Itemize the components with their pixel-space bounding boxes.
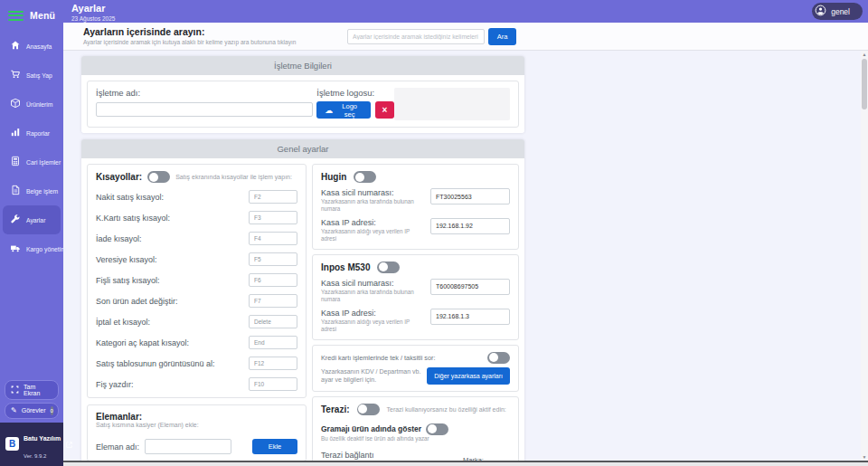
scale-box: Terazi: Terazi kullanıyorsanız bu özelli… xyxy=(312,396,519,461)
logo-select-button[interactable]: ☁ Logo seç xyxy=(316,101,371,119)
shortcut-row: Satış tablosunun görüntüsünü al: xyxy=(96,357,297,370)
sidebar-item-satis-yap[interactable]: Satış Yap xyxy=(3,61,61,90)
logo-preview-placeholder xyxy=(394,88,510,120)
sidebar-item-ayarlar[interactable]: Ayarlar xyxy=(3,205,61,234)
user-menu-button[interactable]: genel xyxy=(812,3,863,20)
staff-add-button[interactable]: Ekle xyxy=(252,439,297,454)
sidebar-item-anasayfa[interactable]: Anasayfa xyxy=(3,32,61,61)
shortcut-key-input[interactable] xyxy=(249,315,297,328)
shortcut-key-input[interactable] xyxy=(249,294,297,308)
credit-card-box: Kredi kartı işlemlerinde tek / taksitli … xyxy=(312,345,519,392)
scale-title: Terazi: xyxy=(321,404,350,414)
toggle-knob xyxy=(489,353,498,362)
window-bottom-edge xyxy=(63,461,868,466)
truck-icon xyxy=(10,241,21,257)
brand-version: Ver. 9.9.2 xyxy=(24,453,46,459)
toggle-knob xyxy=(379,262,388,271)
sidebar-item-kargo-yonetim[interactable]: Kargo yönetim xyxy=(3,234,61,263)
shortcut-key-input[interactable] xyxy=(249,273,297,287)
inpos-ip-input[interactable] xyxy=(430,309,510,325)
wrench-icon xyxy=(10,212,21,228)
scroll-up-arrow[interactable]: ▲ xyxy=(863,51,867,58)
hugin-box: Hugin Kasa sicil numarası: Yazarkasanın … xyxy=(312,164,519,250)
search-title: Ayarların içerisinde arayın: xyxy=(83,26,347,39)
shortcut-row: Son ürün adet değiştir: xyxy=(96,294,297,308)
cart-icon xyxy=(10,67,21,83)
close-icon: × xyxy=(382,105,388,115)
shortcut-key-input[interactable] xyxy=(249,357,297,370)
business-name-input[interactable] xyxy=(96,102,313,117)
staff-box: Elemanlar: Satış kısmına kasiyer (Eleman… xyxy=(87,404,307,461)
vertical-scrollbar[interactable]: ▲ ▼ xyxy=(861,51,868,461)
gram-hint: Bu özellik deaktif ise ürün adı altında … xyxy=(321,435,510,442)
business-logo-label: İşletme logosu: xyxy=(316,88,394,98)
credit-ask-toggle[interactable] xyxy=(487,352,510,364)
app-window: Menü Anasayfa Satış Yap Ürünlerim Raporl… xyxy=(0,0,868,466)
inpos-title: Inpos M530 xyxy=(321,262,370,272)
sidebar-item-urunlerim[interactable]: Ürünlerim xyxy=(3,90,61,119)
sidebar-item-cari-islemler[interactable]: Cari İşlemler xyxy=(3,147,61,176)
logo-remove-button[interactable]: × xyxy=(375,101,394,119)
fullscreen-icon xyxy=(11,385,19,395)
scrollbar-thumb[interactable] xyxy=(862,59,867,109)
shortcut-row: Fişli satış kısayol: xyxy=(96,273,297,287)
brand-name: Batu Yazılım xyxy=(24,435,61,442)
shortcut-key-input[interactable] xyxy=(249,252,297,266)
shortcut-key-input[interactable] xyxy=(249,336,297,349)
business-info-card: İşletme Bilgileri İşletme adı: İşletme l… xyxy=(81,56,524,133)
menu-label: Menü xyxy=(30,10,55,21)
toggle-knob xyxy=(149,173,158,182)
shortcut-key-input[interactable] xyxy=(249,232,297,245)
hugin-ip-input[interactable] xyxy=(430,218,510,234)
hugin-serial-input[interactable] xyxy=(430,188,510,204)
toggle-knob xyxy=(358,404,367,414)
inpos-box: Inpos M530 Kasa sicil numarası: Yazarkas… xyxy=(312,254,519,340)
tasks-count-badge: 0 xyxy=(51,406,53,415)
hugin-toggle[interactable] xyxy=(354,171,376,183)
shortcut-row: İade kısayol: xyxy=(96,232,297,245)
hamburger-menu-icon[interactable] xyxy=(8,8,24,23)
other-register-settings-button[interactable]: Diğer yazarkasa ayarları xyxy=(427,367,510,385)
gram-toggle[interactable] xyxy=(426,423,448,435)
products-icon xyxy=(10,96,21,112)
sidebar-item-raporlar[interactable]: Raporlar xyxy=(3,119,61,147)
shortcut-row: İptal et kısayol: xyxy=(96,315,297,328)
home-icon xyxy=(10,38,21,54)
toggle-knob xyxy=(428,424,437,433)
brand-logo: B xyxy=(5,437,19,451)
shortcuts-hint: Satış ekranında kısayollar ile işlem yap… xyxy=(175,174,292,180)
settings-search-bar: Ayarların içerisinde arayın: Ayarlar içe… xyxy=(63,23,868,51)
page-header: Ayarlar 23 Ağustos 2025 genel xyxy=(63,0,868,23)
shortcuts-toggle[interactable] xyxy=(147,171,170,183)
username: genel xyxy=(831,7,850,16)
shortcut-row: Fiş yazdır: xyxy=(96,377,297,391)
external-link-icon[interactable] xyxy=(65,436,73,452)
staff-name-input[interactable] xyxy=(145,439,231,454)
shortcut-key-input[interactable] xyxy=(249,377,297,391)
inpos-toggle[interactable] xyxy=(377,262,400,273)
tasks-button[interactable]: ✎ Görevler 0 xyxy=(5,403,59,419)
shortcut-row: Veresiye kısayol: xyxy=(96,252,297,266)
staff-name-label: Eleman adı: xyxy=(96,442,139,452)
scale-toggle[interactable] xyxy=(357,404,380,415)
credit-info-text: Yazarkasanın KDV / Departman vb. ayar ve… xyxy=(321,367,427,385)
tasks-label: Görevler xyxy=(22,407,46,414)
shortcut-row: Kategori aç kapat kısayol: xyxy=(96,336,297,349)
general-settings-card: Genel ayarlar Kısayollar: Satış ekranınd… xyxy=(81,139,524,461)
search-subtitle: Ayarlar içerisinde aramak için kutuya al… xyxy=(83,39,347,47)
shortcuts-box: Kısayollar: Satış ekranında kısayollar i… xyxy=(87,164,307,398)
search-button[interactable]: Ara xyxy=(488,28,516,45)
shortcut-key-input[interactable] xyxy=(249,190,297,204)
scale-port-label: Terazi bağlantı portu: xyxy=(321,451,394,461)
brand-footer[interactable]: B Batu Yazılım Ver. 9.9.2 xyxy=(0,423,63,466)
gram-label: Gramajı ürün adında göster xyxy=(321,424,421,433)
shortcut-key-input[interactable] xyxy=(249,211,297,224)
hugin-title: Hugin xyxy=(321,172,346,182)
scroll-down-arrow[interactable]: ▼ xyxy=(863,453,867,461)
content-area: İşletme Bilgileri İşletme adı: İşletme l… xyxy=(63,51,861,461)
sidebar: Menü Anasayfa Satış Yap Ürünlerim Raporl… xyxy=(0,0,63,466)
inpos-serial-input[interactable] xyxy=(430,279,510,295)
search-input[interactable] xyxy=(347,29,485,44)
fullscreen-button[interactable]: Tam Ekran xyxy=(5,380,59,400)
sidebar-item-belge-islem[interactable]: Belge işlem xyxy=(3,176,61,205)
